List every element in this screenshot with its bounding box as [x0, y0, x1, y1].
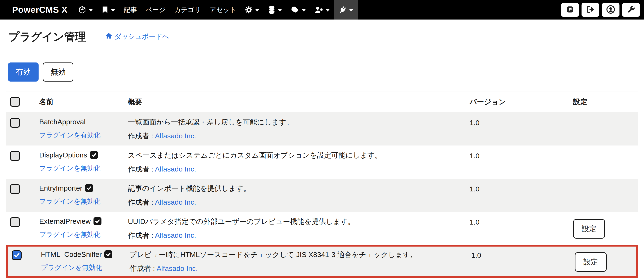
author-label: 作成者 : [128, 165, 153, 173]
row-select-checkbox[interactable] [10, 151, 20, 161]
plugin-author-line: 作成者 :Alfasado Inc. [128, 131, 470, 141]
caret-down-icon [89, 9, 93, 12]
row-select-checkbox[interactable] [12, 250, 22, 260]
user-circle-icon [606, 5, 615, 15]
database-icon [268, 6, 275, 14]
plugin-author-line: 作成者 :Alfasado Inc. [130, 264, 471, 274]
plugin-name: ExternalPreview [39, 217, 91, 226]
plugin-name: EntryImporter [39, 184, 82, 192]
nav-item-categories[interactable]: カテゴリ [170, 0, 206, 20]
plugin-author-line: 作成者 :Alfasado Inc. [128, 164, 470, 174]
plugin-toggle-link[interactable]: プラグインを無効化 [39, 164, 100, 173]
plugin-summary: スペースまたはシステムごとにカスタム画面オプションを設定可能にします。 [128, 151, 470, 160]
user-plus-icon [315, 6, 323, 14]
column-header-name: 名前 [39, 97, 128, 107]
plugin-toggle-link[interactable]: プラグインを有効化 [39, 130, 100, 140]
dashboard-link[interactable]: ダッシュボードへ [105, 32, 169, 41]
plugin-summary: UUIDパラメタ指定での外部ユーザーのプレビュー機能を提供します。 [128, 217, 470, 226]
main-content: プラグイン管理 ダッシュボードへ 有効 無効 名前 概要 バージョン 設定 [0, 31, 644, 278]
nav-item-entries[interactable]: 記事 [120, 0, 141, 20]
status-filter-bar: 有効 無効 [8, 62, 638, 82]
plugin-name: HTML_CodeSniffer [41, 250, 102, 258]
table-row: ExternalPreview プラグインを無効化 UUIDパラメタ指定での外部… [6, 212, 638, 245]
plug-icon [338, 6, 346, 14]
author-label: 作成者 : [128, 132, 153, 140]
column-header-settings: 設定 [568, 97, 638, 107]
nav-bookmarks-dropdown[interactable] [97, 0, 120, 20]
caret-down-icon [326, 9, 330, 12]
author-link[interactable]: Alfasado Inc. [155, 231, 196, 239]
filter-active-button[interactable]: 有効 [8, 62, 38, 82]
plugin-version: 1.0 [471, 250, 570, 259]
check-square-icon [85, 184, 93, 192]
plugin-version: 1.0 [470, 184, 568, 193]
sign-out-button[interactable] [582, 3, 599, 17]
plugin-summary: 一覧画面から一括承認・差し戻しを可能にします。 [128, 118, 470, 126]
nav-users-dropdown[interactable] [310, 0, 334, 20]
tools-button[interactable] [622, 3, 640, 17]
view-site-button[interactable] [561, 3, 579, 17]
table-row: EntryImporter プラグインを無効化 記事のインポート機能を提供します… [6, 178, 638, 212]
table-header-row: 名前 概要 バージョン 設定 [6, 92, 638, 112]
plugin-name: BatchApproval [39, 118, 86, 126]
table-row: HTML_CodeSniffer プラグインを無効化 プレビュー時にHTMLソー… [6, 245, 638, 278]
dashboard-link-label: ダッシュボードへ [114, 32, 169, 41]
plugin-version: 1.0 [470, 217, 568, 226]
sign-out-icon [586, 5, 595, 14]
check-square-icon [90, 151, 98, 159]
gear-icon [245, 6, 252, 14]
top-navbar: PowerCMS X 記事 ページ カテゴリ アセット [0, 0, 644, 20]
plugin-name: DisplayOptions [39, 151, 87, 159]
external-link-icon [566, 5, 574, 14]
table-row: BatchApproval プラグインを有効化 一覧画面から一括承認・差し戻しを… [6, 112, 638, 146]
table-body: BatchApproval プラグインを有効化 一覧画面から一括承認・差し戻しを… [6, 112, 638, 278]
wrench-icon [626, 5, 636, 14]
page-head: プラグイン管理 ダッシュボードへ [8, 31, 638, 42]
select-all-checkbox[interactable] [10, 97, 20, 107]
plugin-version: 1.0 [470, 118, 568, 127]
author-label: 作成者 : [128, 198, 153, 206]
plugin-toggle-link[interactable]: プラグインを無効化 [39, 197, 100, 206]
caret-down-icon [349, 9, 353, 12]
check-square-icon [94, 217, 102, 225]
author-link[interactable]: Alfasado Inc. [155, 198, 196, 206]
settings-button[interactable]: 設定 [575, 252, 607, 272]
brand-logo[interactable]: PowerCMS X [12, 5, 68, 15]
home-icon [105, 32, 112, 41]
plugin-author-line: 作成者 :Alfasado Inc. [128, 198, 470, 207]
row-select-checkbox[interactable] [10, 118, 20, 128]
plugin-toggle-link[interactable]: プラグインを無効化 [39, 230, 100, 239]
author-link[interactable]: Alfasado Inc. [156, 264, 198, 272]
author-label: 作成者 : [130, 264, 155, 272]
plugin-toggle-link[interactable]: プラグインを無効化 [41, 263, 102, 272]
nav-database-dropdown[interactable] [264, 0, 286, 20]
table-row: DisplayOptions プラグインを無効化 スペースまたはシステムごとにカ… [6, 146, 638, 178]
user-profile-button[interactable] [602, 3, 620, 17]
nav-settings-dropdown[interactable] [241, 0, 264, 20]
plugin-table: 名前 概要 バージョン 設定 BatchApproval プラグインを有効化 一… [6, 91, 638, 278]
caret-down-icon [302, 9, 306, 12]
bookmark-icon [102, 6, 108, 14]
nav-spaces-dropdown[interactable] [74, 0, 97, 20]
plugin-version: 1.0 [470, 151, 568, 160]
nav-item-assets[interactable]: アセット [205, 0, 241, 20]
caret-down-icon [255, 9, 259, 12]
nav-plugins-dropdown[interactable] [334, 0, 358, 20]
author-link[interactable]: Alfasado Inc. [155, 132, 196, 140]
author-link[interactable]: Alfasado Inc. [155, 165, 196, 173]
plugin-summary: プレビュー時にHTMLソースコードをチェックして JIS X8341-3 適合を… [130, 250, 471, 259]
caret-down-icon [278, 9, 282, 12]
cube-icon [78, 6, 86, 14]
column-header-version: バージョン [470, 97, 568, 107]
plugin-author-line: 作成者 :Alfasado Inc. [128, 230, 470, 240]
caret-down-icon [111, 9, 115, 12]
nav-comments-dropdown[interactable] [286, 0, 310, 20]
row-select-checkbox[interactable] [10, 184, 20, 194]
row-select-checkbox[interactable] [10, 217, 20, 227]
author-label: 作成者 : [128, 231, 153, 239]
comments-icon [291, 6, 299, 14]
plugin-summary: 記事のインポート機能を提供します。 [128, 184, 470, 193]
nav-item-pages[interactable]: ページ [141, 0, 170, 20]
settings-button[interactable]: 設定 [573, 219, 605, 238]
filter-inactive-button[interactable]: 無効 [43, 62, 73, 82]
